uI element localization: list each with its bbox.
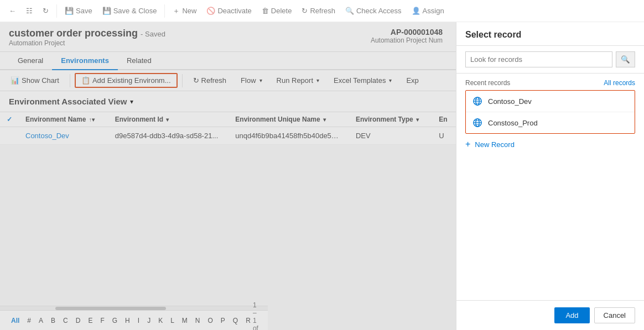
- page-letter[interactable]: E: [86, 316, 95, 326]
- saved-indicator: - Saved: [141, 30, 165, 38]
- page-letter[interactable]: A: [37, 316, 45, 326]
- exp-button[interactable]: Exp: [400, 74, 424, 87]
- page-letter[interactable]: All: [9, 316, 22, 326]
- assign-icon: 👤: [412, 7, 420, 15]
- search-area: 🔍: [456, 46, 644, 74]
- page-letter[interactable]: N: [193, 316, 202, 326]
- sub-divider-2: [182, 74, 183, 87]
- view-dropdown-icon[interactable]: ▾: [130, 98, 133, 106]
- row-checkbox[interactable]: [0, 127, 19, 145]
- save-close-button[interactable]: 💾 Save & Close: [98, 4, 162, 17]
- main-toolbar: ← ☷ ↻ 💾 Save 💾 Save & Close ＋ New 🚫 Deac…: [0, 0, 644, 22]
- page-letter[interactable]: M: [180, 316, 190, 326]
- record-id-label: Automation Project Num: [371, 36, 443, 44]
- page-letter[interactable]: F: [98, 316, 106, 326]
- row-env-name[interactable]: Contoso_Dev: [19, 127, 108, 145]
- new-record-button[interactable]: + New Record: [456, 134, 644, 155]
- nav-refresh-button[interactable]: ↻: [38, 4, 53, 17]
- page-letter[interactable]: Q: [231, 316, 240, 326]
- record-name-1: Contoso_Dev: [488, 97, 532, 106]
- deactivate-button[interactable]: 🚫 Deactivate: [202, 4, 256, 17]
- tab-general[interactable]: General: [9, 52, 52, 70]
- view-title: Environment Associated View: [9, 97, 127, 106]
- page-letter[interactable]: O: [206, 316, 215, 326]
- page-letter[interactable]: R: [243, 316, 253, 326]
- col-env-id[interactable]: Environment Id ▾: [108, 112, 229, 127]
- tab-environments[interactable]: Environments: [52, 52, 118, 70]
- back-button[interactable]: ←: [4, 4, 20, 17]
- page-letter[interactable]: D: [74, 316, 83, 326]
- col-env-unique[interactable]: Environment Unique Name ▾: [228, 112, 349, 127]
- row-env-type: DEV: [349, 127, 432, 145]
- delete-button[interactable]: 🗑 Delete: [257, 4, 297, 17]
- add-button[interactable]: Add: [554, 307, 589, 323]
- record-name-2: Constoso_Prod: [488, 119, 538, 127]
- list-item[interactable]: Contoso_Dev: [466, 91, 635, 112]
- assign-button[interactable]: 👤 Assign: [407, 4, 449, 17]
- deactivate-icon: 🚫: [206, 7, 215, 15]
- check-access-button[interactable]: 🔍 Check Access: [341, 4, 406, 17]
- page-letter[interactable]: B: [49, 316, 58, 326]
- flow-button[interactable]: Flow ▾: [235, 74, 268, 87]
- select-all-header[interactable]: ✓: [0, 112, 19, 127]
- recent-section: Recent records All records: [456, 74, 644, 90]
- new-button[interactable]: ＋ New: [168, 4, 201, 18]
- page-letter[interactable]: I: [136, 316, 142, 326]
- page-letter[interactable]: L: [168, 316, 176, 326]
- new-icon: ＋: [173, 6, 180, 16]
- sort-icon-id: ▾: [166, 117, 169, 123]
- records-list: Contoso_Dev Constoso_Prod: [465, 90, 635, 134]
- recent-label: Recent records: [465, 79, 510, 87]
- cancel-button[interactable]: Cancel: [594, 307, 635, 323]
- save-close-icon: 💾: [102, 7, 111, 15]
- delete-icon: 🗑: [262, 7, 269, 15]
- horizontal-scrollbar[interactable]: [0, 306, 268, 310]
- save-icon: 💾: [65, 7, 74, 15]
- nav-refresh-icon: ↻: [43, 7, 49, 15]
- show-chart-button[interactable]: 📊 Show Chart: [4, 74, 65, 87]
- run-report-button[interactable]: Run Report ▾: [271, 74, 325, 87]
- page-letters: All#ABCDEFGHIJKLMNOPQR: [9, 316, 253, 326]
- col-env-type[interactable]: Environment Type ▾: [349, 112, 432, 127]
- grid-button[interactable]: ☷: [22, 4, 37, 17]
- divider-1: [56, 4, 57, 18]
- environments-table: ✓ Environment Name ↑▾ Environment Id ▾ E…: [0, 112, 456, 145]
- list-item[interactable]: Constoso_Prod: [466, 112, 635, 133]
- save-button[interactable]: 💾 Save: [60, 4, 97, 17]
- excel-templates-button[interactable]: Excel Templates ▾: [328, 74, 398, 87]
- view-header: Environment Associated View ▾: [0, 91, 456, 112]
- page-letter[interactable]: C: [61, 316, 70, 326]
- page-letter[interactable]: J: [145, 316, 153, 326]
- run-report-chevron-icon: ▾: [316, 77, 319, 83]
- refresh-icon: ↻: [302, 7, 308, 15]
- table-container: ✓ Environment Name ↑▾ Environment Id ▾ E…: [0, 112, 456, 145]
- search-input[interactable]: [465, 51, 612, 67]
- search-button[interactable]: 🔍: [616, 51, 635, 67]
- refresh-button[interactable]: ↻ Refresh: [297, 4, 340, 17]
- add-existing-button[interactable]: 📋 Add Existing Environm...: [75, 73, 178, 88]
- flow-chevron-icon: ▾: [259, 77, 262, 83]
- sort-icon-unique: ▾: [323, 117, 326, 123]
- panel-title: Select record: [456, 22, 644, 46]
- page-letter[interactable]: H: [123, 316, 132, 326]
- page-letter[interactable]: #: [25, 316, 33, 326]
- tab-related[interactable]: Related: [118, 52, 160, 70]
- record-subtitle: Automation Project: [9, 39, 165, 47]
- page-letter[interactable]: P: [219, 316, 227, 326]
- all-records-link[interactable]: All records: [604, 79, 635, 87]
- page-letter[interactable]: K: [156, 316, 165, 326]
- plus-icon: +: [465, 139, 470, 149]
- check-access-icon: 🔍: [345, 7, 354, 15]
- col-en: En: [432, 112, 456, 127]
- panel-footer: Add Cancel: [456, 300, 644, 330]
- search-icon: 🔍: [621, 55, 630, 64]
- main-content: customer order processing - Saved Automa…: [0, 22, 644, 330]
- globe-icon-1: [472, 96, 482, 106]
- table-row[interactable]: Contoso_Dev d9e587d4-ddb3-4d9a-sd58-21..…: [0, 127, 456, 145]
- page-letter[interactable]: G: [110, 316, 120, 326]
- chart-icon: 📊: [11, 76, 19, 85]
- sub-refresh-button[interactable]: ↻ Refresh: [187, 74, 233, 87]
- col-env-name[interactable]: Environment Name ↑▾: [19, 112, 108, 127]
- sub-toolbar: 📊 Show Chart 📋 Add Existing Environm... …: [0, 70, 456, 91]
- row-env-id: d9e587d4-ddb3-4d9a-sd58-21...: [108, 127, 229, 145]
